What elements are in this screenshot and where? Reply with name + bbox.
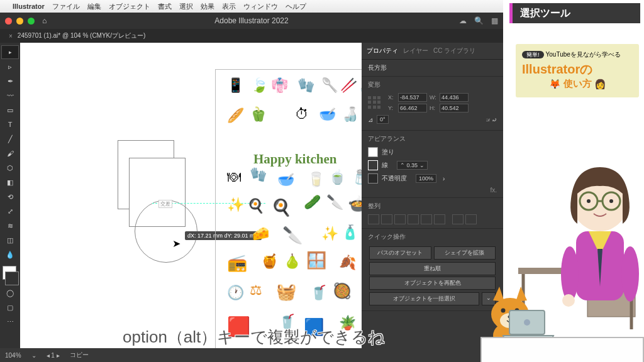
brush-tool[interactable]: 🖌 [1, 146, 19, 160]
rotate-tool[interactable]: ⟲ [1, 190, 19, 204]
edit-toolbar[interactable]: ⋯ [1, 315, 19, 329]
arrange-button[interactable]: 重ね順 [369, 262, 496, 275]
shape-type: 長方形 [362, 60, 503, 77]
appearance-title: アピアランス [368, 134, 497, 143]
menu-type[interactable]: 書式 [158, 2, 172, 11]
artboard[interactable]: Happy kitchen 📱 🍃 👘 🧤 🥄 🥢 🍶 🧴 🥖 🫑 ⏱ 🥣 🍶 … [215, 69, 362, 348]
svg-point-14 [621, 246, 639, 302]
promo-badge: 簡単! [522, 51, 544, 58]
menu-view[interactable]: 表示 [222, 2, 236, 11]
subtitle-caption: option（alt）キーで複製ができるね [123, 326, 385, 348]
align-section: 整列 [362, 198, 503, 229]
recolor-button[interactable]: オブジェクトを再配色 [369, 277, 496, 290]
rotate-angle[interactable]: 0° [377, 115, 389, 124]
panel-tabs: プロパティ レイヤー CC ライブラリ [362, 43, 503, 60]
gradient-tool[interactable]: ◫ [1, 233, 19, 247]
menu-window[interactable]: ウィンドウ [243, 2, 278, 11]
close-tab-icon[interactable]: × [9, 33, 13, 40]
tab-cclib[interactable]: CC ライブラリ [433, 47, 475, 55]
transform-y[interactable] [398, 104, 427, 112]
svg-point-11 [609, 199, 613, 203]
transform-w[interactable] [440, 93, 469, 102]
zoom-level[interactable]: 104% [5, 352, 21, 359]
curvature-tool[interactable]: 〰 [1, 89, 19, 102]
menu-select[interactable]: 選択 [179, 2, 193, 11]
shape-builder-tool[interactable]: ⬡ [1, 161, 19, 175]
opacity-swatch[interactable] [368, 173, 378, 184]
stroke-color[interactable] [368, 160, 378, 170]
window-titlebar: ⌂ Adobe Illustrator 2022 ☁ 🔍 ▦ [0, 13, 503, 29]
svg-point-15 [562, 294, 575, 307]
selection-tool[interactable]: ▸ [1, 45, 19, 59]
maximize-window-icon[interactable] [28, 18, 35, 25]
canvas[interactable]: 交差 ➤ dX: 17.21 mm dY: 29.01 mm Happy kit… [20, 43, 362, 348]
eraser-tool[interactable]: ◧ [1, 175, 19, 189]
promo-card: 簡単!YouTubeを見ながら学べる Illustratorの 🦊使い方👩 [516, 44, 639, 97]
svg-point-13 [561, 246, 579, 302]
stroke-width[interactable]: ⌃ 0.35 ⌄ [397, 161, 428, 170]
arrange-icon[interactable]: ▦ [491, 16, 498, 25]
table-edge [480, 337, 644, 362]
pen-tool[interactable]: ✒ [1, 74, 19, 88]
align-title: 整列 [368, 202, 497, 211]
opacity-value[interactable]: 100% [416, 174, 436, 183]
svg-point-10 [587, 199, 591, 203]
screen-mode[interactable]: ▢ [1, 300, 19, 314]
document-tab[interactable]: × 2459701 (1).ai* @ 104 % (CMYK/プレビュー) [0, 29, 503, 43]
status-bar: 104%⌄ ◂ 1 ▸ コピー [0, 348, 503, 362]
menu-object[interactable]: オブジェクト [109, 2, 150, 11]
eyedropper-tool[interactable]: 💧 [1, 248, 19, 261]
intersect-label: 交差 [158, 200, 172, 208]
transform-x[interactable] [398, 93, 427, 102]
close-window-icon[interactable] [5, 18, 12, 25]
tab-layers[interactable]: レイヤー [403, 47, 428, 55]
select-all-button[interactable]: オブジェクトを一括選択 [369, 292, 479, 305]
minimize-window-icon[interactable] [16, 18, 23, 25]
cursor-icon: ➤ [172, 238, 180, 250]
rectangle-tool[interactable]: ▭ [1, 103, 19, 117]
scale-tool[interactable]: ⤢ [1, 204, 19, 218]
svg-point-23 [524, 319, 530, 326]
menu-effect[interactable]: 効果 [201, 2, 214, 11]
menu-help[interactable]: ヘルプ [286, 2, 306, 11]
tutorial-sidebar: 選択ツール 簡単!YouTubeを見ながら学べる Illustratorの 🦊使… [503, 0, 644, 362]
menu-edit[interactable]: 編集 [87, 2, 101, 11]
menu-file[interactable]: ファイル [52, 2, 80, 11]
home-icon[interactable]: ⌂ [42, 16, 47, 25]
draw-mode[interactable]: ◯ [1, 286, 19, 300]
transform-title: 変形 [368, 80, 497, 89]
topic-banner: 選択ツール [509, 3, 640, 23]
search-icon[interactable]: 🔍 [474, 16, 484, 25]
app-title: Adobe Illustrator 2022 [214, 16, 288, 25]
offset-path-button[interactable]: パスのオフセット [369, 246, 431, 260]
stroke-swatch[interactable] [5, 272, 19, 285]
transform-h[interactable] [440, 104, 469, 112]
direct-selection-tool[interactable]: ▹ [1, 60, 19, 74]
align-buttons[interactable] [368, 214, 497, 224]
tab-properties[interactable]: プロパティ [367, 47, 398, 55]
document-tab-label: 2459701 (1).ai* @ 104 % (CMYK/プレビュー) [18, 31, 146, 40]
status-mode: コピー [70, 351, 89, 359]
kitchen-icons: 📱 🍃 👘 🧤 🥄 🥢 🍶 🧴 🥖 🫑 ⏱ 🥣 🍶 🧊 🍽 🧤 🥣 🥛 🍵 [216, 70, 362, 348]
type-tool[interactable]: T [1, 118, 19, 131]
cloud-icon[interactable]: ☁ [459, 16, 467, 25]
width-tool[interactable]: ≋ [1, 219, 19, 233]
transform-section: 変形 X: W: Y: H: ⊿0° ⟉ ⤾ [362, 77, 503, 131]
line-tool[interactable]: ╱ [1, 132, 19, 146]
toolbar: ▸ ▹ ✒ 〰 ▭ T ╱ 🖌 ⬡ ◧ ⟲ ⤢ ≋ ◫ 💧 ◯ ▢ ⋯ [0, 43, 20, 348]
fill-color[interactable] [368, 147, 378, 157]
fx-icon[interactable]: fx. [368, 187, 497, 194]
quick-title: クイック操作 [368, 233, 497, 241]
anchor-selector[interactable] [368, 96, 382, 110]
expand-shape-button[interactable]: シェイプを拡張 [434, 246, 496, 260]
app-name[interactable]: Illustrator [13, 3, 45, 10]
mac-menubar[interactable]: Illustrator ファイル 編集 オブジェクト 書式 選択 効果 表示 ウ… [0, 0, 503, 13]
appearance-section: アピアランス 塗り 線⌃ 0.35 ⌄ 不透明度100%› fx. [362, 131, 503, 198]
